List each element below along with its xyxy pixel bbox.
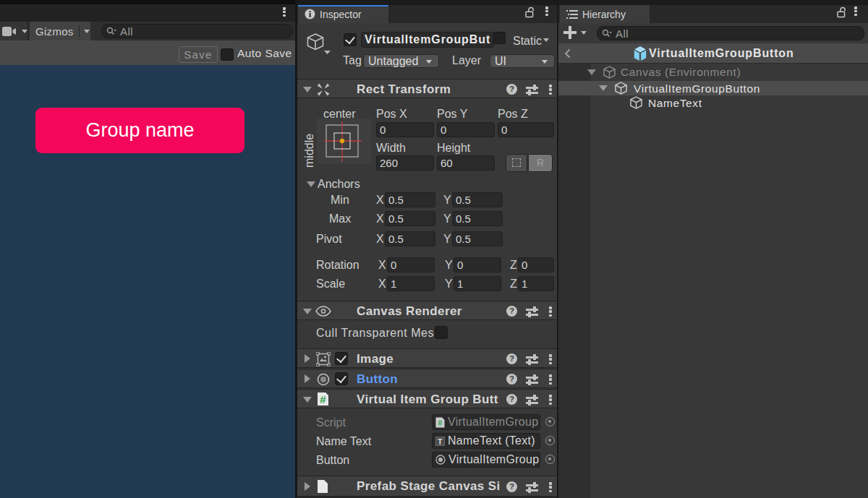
svg-text:T: T: [438, 437, 442, 445]
svg-text:#: #: [320, 393, 326, 405]
svg-text:#: #: [438, 418, 442, 427]
